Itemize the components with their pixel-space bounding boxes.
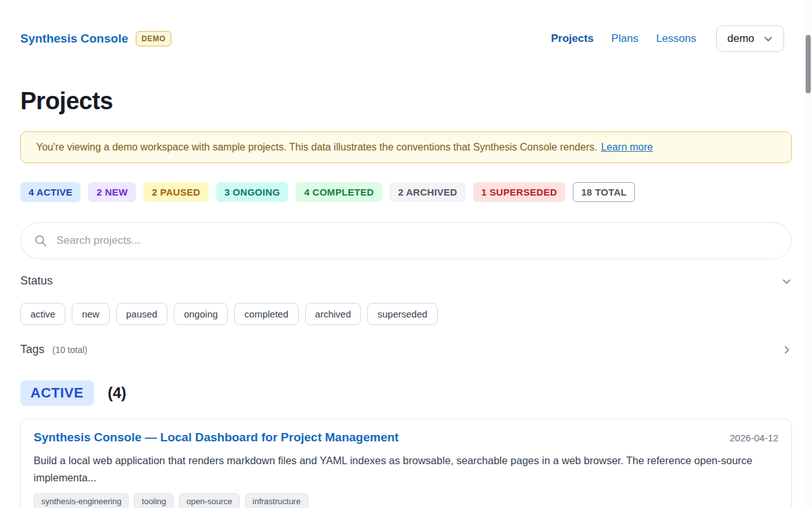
filter-chip-archived[interactable]: archived xyxy=(305,303,362,325)
filter-chip-active[interactable]: active xyxy=(20,303,65,325)
workspace-name: demo xyxy=(727,32,754,45)
project-card[interactable]: Synthesis Console — Local Dashboard for … xyxy=(20,418,792,508)
filter-chip-paused[interactable]: paused xyxy=(116,303,167,325)
count-badge-completed[interactable]: 4 COMPLETED xyxy=(296,182,382,202)
tag-chip[interactable]: open-source xyxy=(179,493,240,508)
brand-link[interactable]: Synthesis Console xyxy=(20,32,128,46)
count-badge-paused[interactable]: 2 PAUSED xyxy=(143,182,208,202)
filter-chip-new[interactable]: new xyxy=(72,303,110,325)
app-header: Synthesis Console DEMO Projects Plans Le… xyxy=(0,0,812,52)
tags-filter-count: (10 total) xyxy=(52,345,87,355)
status-filter-header[interactable]: Status xyxy=(20,274,792,288)
project-tags: synthesis-engineering tooling open-sourc… xyxy=(34,493,778,508)
tag-chip[interactable]: tooling xyxy=(134,493,173,508)
chevron-down-icon xyxy=(763,34,773,44)
search-input[interactable] xyxy=(20,222,792,259)
filter-chip-completed[interactable]: completed xyxy=(234,303,298,325)
active-section-header: ACTIVE (4) xyxy=(20,380,792,406)
top-nav: Projects Plans Lessons demo xyxy=(551,25,784,52)
project-title-link[interactable]: Synthesis Console — Local Dashboard for … xyxy=(34,431,398,444)
chevron-down-icon xyxy=(782,276,792,286)
workspace-selector[interactable]: demo xyxy=(716,25,784,52)
filter-chip-ongoing[interactable]: ongoing xyxy=(174,303,228,325)
scrollbar[interactable] xyxy=(804,0,812,508)
project-description: Build a local web application that rende… xyxy=(34,452,757,486)
status-filter-label: Status xyxy=(20,274,53,288)
filter-chip-superseded[interactable]: superseded xyxy=(367,303,437,325)
search-icon xyxy=(34,234,47,247)
tag-chip[interactable]: infrastructure xyxy=(245,493,308,508)
brand-area: Synthesis Console DEMO xyxy=(20,31,171,46)
chevron-right-icon xyxy=(782,345,792,355)
section-label-badge[interactable]: ACTIVE xyxy=(20,380,94,406)
status-count-row: 4 ACTIVE 2 NEW 2 PAUSED 3 ONGOING 4 COMP… xyxy=(20,182,792,202)
main-content: Projects You're viewing a demo workspace… xyxy=(0,88,812,508)
scrollbar-thumb[interactable] xyxy=(806,35,811,93)
tag-chip[interactable]: synthesis-engineering xyxy=(34,493,129,508)
count-badge-archived[interactable]: 2 ARCHIVED xyxy=(390,182,465,202)
status-filter-options: active new paused ongoing completed arch… xyxy=(20,303,792,325)
nav-lessons[interactable]: Lessons xyxy=(656,32,696,45)
section-count: (4) xyxy=(108,384,126,402)
count-badge-total[interactable]: 18 TOTAL xyxy=(573,182,635,202)
count-badge-superseded[interactable]: 1 SUPERSEDED xyxy=(473,182,565,202)
count-badge-ongoing[interactable]: 3 ONGOING xyxy=(216,182,289,202)
nav-plans[interactable]: Plans xyxy=(612,32,639,45)
card-header: Synthesis Console — Local Dashboard for … xyxy=(34,431,778,444)
count-badge-active[interactable]: 4 ACTIVE xyxy=(20,182,81,202)
page-title: Projects xyxy=(20,88,792,115)
demo-banner: You're viewing a demo workspace with sam… xyxy=(20,131,792,163)
learn-more-link[interactable]: Learn more xyxy=(601,142,653,152)
count-badge-new[interactable]: 2 NEW xyxy=(88,182,136,202)
project-date: 2026-04-12 xyxy=(730,432,778,443)
tags-filter-header[interactable]: Tags (10 total) xyxy=(20,343,792,356)
demo-badge: DEMO xyxy=(136,31,171,46)
banner-text: You're viewing a demo workspace with sam… xyxy=(36,142,597,152)
nav-projects[interactable]: Projects xyxy=(551,32,594,45)
tags-filter-label: Tags xyxy=(20,343,44,356)
search-bar xyxy=(20,222,792,259)
